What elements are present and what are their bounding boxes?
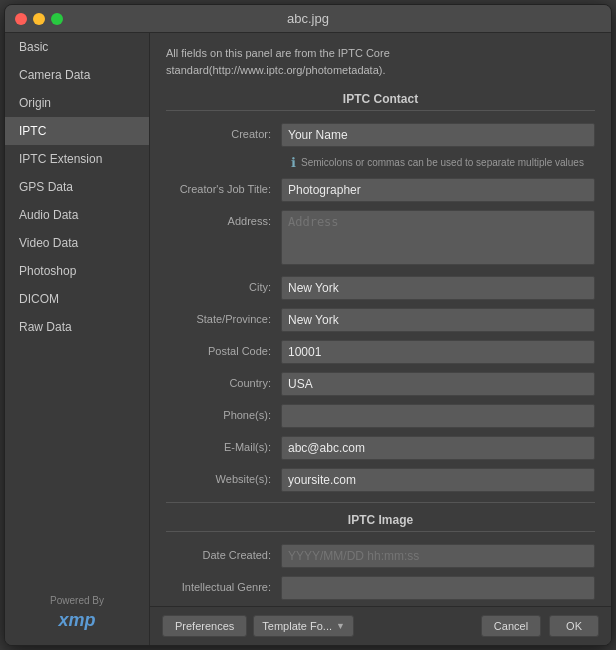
country-field: [281, 372, 595, 396]
main-window: abc.jpg Basic Camera Data Origin IPTC IP…: [4, 4, 612, 646]
info-text: All fields on this panel are from the IP…: [166, 45, 595, 78]
state-label: State/Province:: [166, 308, 281, 325]
creator-label: Creator:: [166, 123, 281, 140]
website-row: Website(s):: [166, 468, 595, 492]
sidebar-item-iptc-extension[interactable]: IPTC Extension: [5, 145, 149, 173]
date-created-row: Date Created:: [166, 544, 595, 568]
address-textarea[interactable]: [281, 210, 595, 265]
phone-input[interactable]: [281, 404, 595, 428]
email-field: [281, 436, 595, 460]
creator-input[interactable]: [281, 123, 595, 147]
sidebar-item-basic[interactable]: Basic: [5, 33, 149, 61]
minimize-button[interactable]: [33, 13, 45, 25]
sidebar-item-raw-data[interactable]: Raw Data: [5, 313, 149, 341]
city-input[interactable]: [281, 276, 595, 300]
creator-hint: Semicolons or commas can be used to sepa…: [301, 157, 584, 168]
city-field: [281, 276, 595, 300]
date-created-input[interactable]: [281, 544, 595, 568]
postal-row: Postal Code:: [166, 340, 595, 364]
country-row: Country:: [166, 372, 595, 396]
creator-hint-row: ℹ Semicolons or commas can be used to se…: [166, 155, 595, 170]
postal-field: [281, 340, 595, 364]
address-label: Address:: [166, 210, 281, 227]
sidebar-item-origin[interactable]: Origin: [5, 89, 149, 117]
website-input[interactable]: [281, 468, 595, 492]
title-bar: abc.jpg: [5, 5, 611, 33]
intellectual-genre-label: Intellectual Genre:: [166, 576, 281, 593]
phone-field: [281, 404, 595, 428]
main-layout: Basic Camera Data Origin IPTC IPTC Exten…: [5, 33, 611, 645]
intellectual-genre-input[interactable]: [281, 576, 595, 600]
city-row: City:: [166, 276, 595, 300]
powered-by-text: Powered By: [50, 595, 104, 606]
section-image-header: IPTC Image: [166, 513, 595, 532]
sidebar-item-photoshop[interactable]: Photoshop: [5, 257, 149, 285]
sidebar-footer: Powered By xmp: [5, 585, 149, 645]
template-label: Template Fo...: [262, 620, 332, 632]
sidebar-item-camera-data[interactable]: Camera Data: [5, 61, 149, 89]
date-created-label: Date Created:: [166, 544, 281, 561]
address-row: Address:: [166, 210, 595, 268]
preferences-button[interactable]: Preferences: [162, 615, 247, 637]
state-input[interactable]: [281, 308, 595, 332]
website-label: Website(s):: [166, 468, 281, 485]
email-row: E-Mail(s):: [166, 436, 595, 460]
postal-label: Postal Code:: [166, 340, 281, 357]
creator-row: Creator:: [166, 123, 595, 147]
content-body: All fields on this panel are from the IP…: [150, 33, 611, 606]
intellectual-genre-field: [281, 576, 595, 600]
content-area: All fields on this panel are from the IP…: [150, 33, 611, 645]
info-icon: ℹ: [291, 155, 296, 170]
country-input[interactable]: [281, 372, 595, 396]
creator-field: [281, 123, 595, 147]
close-button[interactable]: [15, 13, 27, 25]
window-title: abc.jpg: [287, 11, 329, 26]
state-row: State/Province:: [166, 308, 595, 332]
section-contact-header: IPTC Contact: [166, 92, 595, 111]
phone-label: Phone(s):: [166, 404, 281, 421]
phone-row: Phone(s):: [166, 404, 595, 428]
job-title-row: Creator's Job Title:: [166, 178, 595, 202]
city-label: City:: [166, 276, 281, 293]
email-input[interactable]: [281, 436, 595, 460]
sidebar-item-dicom[interactable]: DICOM: [5, 285, 149, 313]
website-field: [281, 468, 595, 492]
ok-button[interactable]: OK: [549, 615, 599, 637]
intellectual-genre-row: Intellectual Genre:: [166, 576, 595, 600]
job-title-input[interactable]: [281, 178, 595, 202]
traffic-lights: [15, 13, 63, 25]
job-title-label: Creator's Job Title:: [166, 178, 281, 195]
sidebar-item-iptc[interactable]: IPTC: [5, 117, 149, 145]
bottom-right: Cancel OK: [481, 615, 599, 637]
sidebar-item-audio-data[interactable]: Audio Data: [5, 201, 149, 229]
bottom-bar: Preferences Template Fo... ▼ Cancel OK: [150, 606, 611, 645]
state-field: [281, 308, 595, 332]
xmp-logo: xmp: [58, 610, 95, 631]
country-label: Country:: [166, 372, 281, 389]
postal-input[interactable]: [281, 340, 595, 364]
address-field: [281, 210, 595, 268]
sidebar: Basic Camera Data Origin IPTC IPTC Exten…: [5, 33, 150, 645]
template-dropdown[interactable]: Template Fo... ▼: [253, 615, 354, 637]
maximize-button[interactable]: [51, 13, 63, 25]
dropdown-arrow-icon: ▼: [336, 621, 345, 631]
job-title-field: [281, 178, 595, 202]
email-label: E-Mail(s):: [166, 436, 281, 453]
cancel-button[interactable]: Cancel: [481, 615, 541, 637]
section-divider: [166, 502, 595, 503]
sidebar-item-video-data[interactable]: Video Data: [5, 229, 149, 257]
sidebar-item-gps-data[interactable]: GPS Data: [5, 173, 149, 201]
bottom-left: Preferences Template Fo... ▼: [162, 615, 354, 637]
date-created-field: [281, 544, 595, 568]
